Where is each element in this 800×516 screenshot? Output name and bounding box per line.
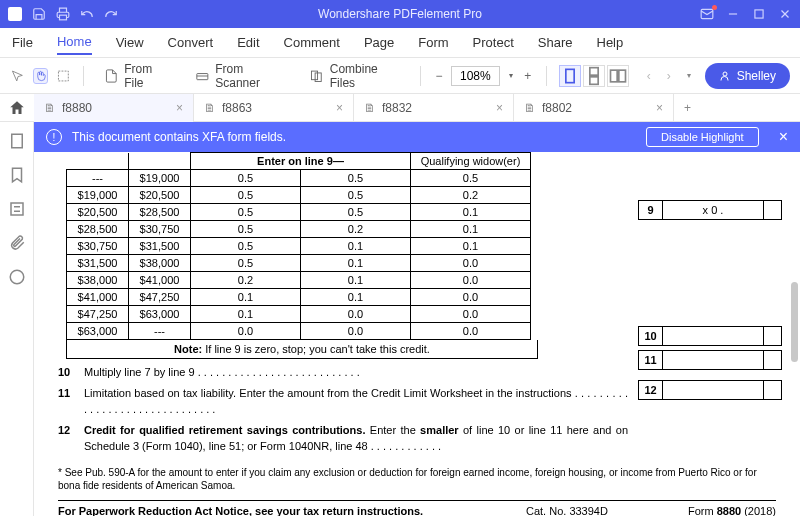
minimize-icon[interactable]: [726, 7, 740, 21]
svg-rect-17: [11, 134, 22, 148]
svg-rect-15: [618, 70, 625, 82]
side-box-10: 10: [638, 326, 782, 346]
comment-icon[interactable]: [8, 268, 26, 286]
bookmark-icon[interactable]: [8, 166, 26, 184]
window-title: Wondershare PDFelement Pro: [318, 7, 482, 21]
menu-protect[interactable]: Protect: [473, 31, 514, 54]
menu-home[interactable]: Home: [57, 30, 92, 55]
zoom-value[interactable]: 108%: [451, 66, 500, 86]
home-icon[interactable]: [8, 99, 26, 117]
tab-close-icon[interactable]: ×: [336, 101, 343, 115]
side-box-11: 11: [638, 350, 782, 370]
doc-icon: 🗎: [524, 101, 536, 115]
prev-icon[interactable]: ‹: [641, 68, 657, 84]
pointer-icon[interactable]: [10, 68, 25, 84]
menu-page[interactable]: Page: [364, 31, 394, 54]
table-row: $28,500$30,7500.50.20.1: [67, 221, 531, 238]
table-row: $31,500$38,0000.50.10.0: [67, 255, 531, 272]
nav-dropdown-icon[interactable]: ▾: [681, 68, 697, 84]
tab-close-icon[interactable]: ×: [656, 101, 663, 115]
svg-rect-12: [589, 67, 597, 75]
from-scanner-button[interactable]: From Scanner: [187, 58, 293, 94]
close-icon[interactable]: [778, 7, 792, 21]
svg-rect-9: [311, 71, 317, 80]
banner-close-icon[interactable]: ×: [779, 128, 788, 146]
save-icon[interactable]: [32, 7, 46, 21]
app-logo-icon: [8, 7, 22, 21]
svg-point-21: [10, 270, 24, 284]
table-row: $30,750$31,5000.50.10.1: [67, 238, 531, 255]
note-row: Note: If line 9 is zero, stop; you can't…: [66, 340, 538, 359]
view-facing-icon[interactable]: [607, 65, 629, 87]
toolbar: From File From Scanner Combine Files − 1…: [0, 58, 800, 94]
undo-icon[interactable]: [80, 7, 94, 21]
select-icon[interactable]: [56, 68, 71, 84]
maximize-icon[interactable]: [752, 7, 766, 21]
document-tabs: 🗎f8880× 🗎f8863× 🗎f8832× 🗎f8802× +: [0, 94, 800, 122]
tab-f8832[interactable]: 🗎f8832×: [354, 94, 514, 122]
menu-convert[interactable]: Convert: [168, 31, 214, 54]
tab-close-icon[interactable]: ×: [496, 101, 503, 115]
from-file-button[interactable]: From File: [96, 58, 179, 94]
tab-close-icon[interactable]: ×: [176, 101, 183, 115]
redo-icon[interactable]: [104, 7, 118, 21]
file-icon: [104, 68, 119, 84]
combine-files-button[interactable]: Combine Files: [301, 58, 408, 94]
view-continuous-icon[interactable]: [583, 65, 605, 87]
svg-rect-6: [58, 71, 68, 81]
svg-rect-7: [196, 73, 207, 79]
form-footer: For Paperwork Reduction Act Notice, see …: [58, 500, 776, 516]
attachment-icon[interactable]: [8, 234, 26, 252]
table-row: $63,000---0.00.00.0: [67, 323, 531, 340]
tab-add-icon[interactable]: +: [674, 101, 701, 115]
scrollbar[interactable]: [791, 282, 798, 362]
disable-highlight-button[interactable]: Disable Highlight: [646, 127, 759, 147]
table-row: $47,250$63,0000.10.00.0: [67, 306, 531, 323]
doc-icon: 🗎: [364, 101, 376, 115]
tab-f8863[interactable]: 🗎f8863×: [194, 94, 354, 122]
menu-help[interactable]: Help: [597, 31, 624, 54]
xfa-banner: ! This document contains XFA form fields…: [34, 122, 800, 152]
menu-comment[interactable]: Comment: [284, 31, 340, 54]
info-icon: !: [46, 129, 62, 145]
svg-rect-3: [755, 10, 763, 18]
table-row: $41,000$47,2500.10.10.0: [67, 289, 531, 306]
svg-rect-0: [60, 15, 67, 20]
footnote: * See Pub. 590-A for the amount to enter…: [58, 466, 776, 492]
print-icon[interactable]: [56, 7, 70, 21]
view-single-icon[interactable]: [559, 65, 581, 87]
combine-icon: [309, 68, 324, 84]
svg-rect-14: [610, 70, 617, 82]
side-box-12: 12: [638, 380, 782, 400]
menu-file[interactable]: File: [12, 31, 33, 54]
zoom-dropdown-icon[interactable]: ▾: [506, 68, 516, 84]
menu-share[interactable]: Share: [538, 31, 573, 54]
thumbnails-icon[interactable]: [8, 132, 26, 150]
next-icon[interactable]: ›: [661, 68, 677, 84]
table-row: $19,000$20,5000.50.50.2: [67, 187, 531, 204]
zoom-out-icon[interactable]: −: [433, 68, 445, 84]
menubar: File Home View Convert Edit Comment Page…: [0, 28, 800, 58]
table-row: $20,500$28,5000.50.50.1: [67, 204, 531, 221]
sidebar: [0, 122, 34, 516]
document-viewport[interactable]: ! This document contains XFA form fields…: [34, 122, 800, 516]
side-box-9: 9x 0 .: [638, 200, 782, 220]
banner-text: This document contains XFA form fields.: [72, 130, 286, 144]
svg-rect-11: [565, 69, 573, 82]
menu-edit[interactable]: Edit: [237, 31, 259, 54]
menu-view[interactable]: View: [116, 31, 144, 54]
svg-rect-13: [589, 76, 597, 84]
svg-point-16: [723, 72, 727, 76]
mail-icon[interactable]: [700, 7, 714, 21]
doc-icon: 🗎: [44, 101, 56, 115]
tab-f8880[interactable]: 🗎f8880×: [34, 94, 194, 122]
zoom-in-icon[interactable]: +: [522, 68, 534, 84]
menu-form[interactable]: Form: [418, 31, 448, 54]
doc-icon: 🗎: [204, 101, 216, 115]
search-icon[interactable]: [8, 200, 26, 218]
hand-icon[interactable]: [33, 68, 48, 84]
tab-f8802[interactable]: 🗎f8802×: [514, 94, 674, 122]
user-button[interactable]: Shelley: [705, 63, 790, 89]
scanner-icon: [195, 68, 210, 84]
titlebar: Wondershare PDFelement Pro: [0, 0, 800, 28]
